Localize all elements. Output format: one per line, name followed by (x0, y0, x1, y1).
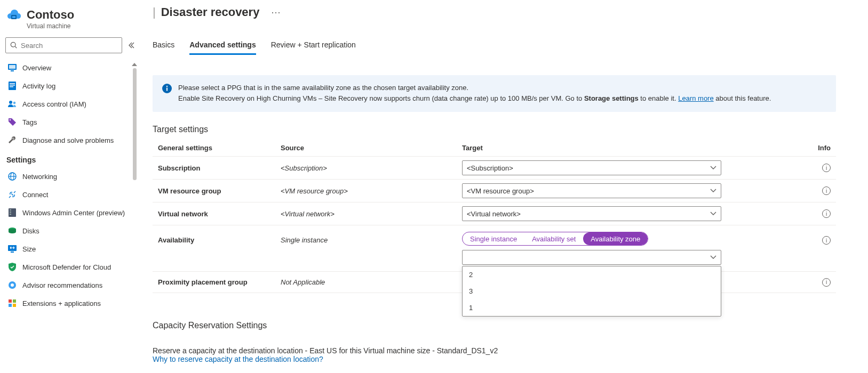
nav-section-settings: Settings (3, 149, 135, 167)
nav-connect[interactable]: Connect (3, 185, 135, 204)
nav-label: Microsoft Defender for Cloud (22, 263, 111, 271)
nav-size[interactable]: Size (3, 240, 135, 258)
table-header: General settings Source Target Info (153, 140, 836, 156)
seg-availability-set[interactable]: Availability set (524, 232, 583, 245)
learn-more-link[interactable]: Learn more (678, 94, 713, 102)
row-info-icon[interactable]: i (822, 186, 831, 195)
svg-point-12 (13, 102, 16, 104)
capacity-why-link[interactable]: Why to reserve capacity at the destinati… (153, 355, 836, 363)
chevron-down-icon (710, 212, 716, 216)
svg-rect-20 (10, 214, 11, 215)
extensions-icon (7, 298, 17, 308)
chevron-down-icon (710, 189, 716, 193)
svg-rect-1 (12, 16, 15, 18)
zone-option[interactable]: 3 (463, 283, 721, 299)
dropdown-value: <Virtual network> (467, 210, 521, 218)
zone-option[interactable]: 1 (463, 299, 721, 316)
nav-defender[interactable]: Microsoft Defender for Cloud (3, 258, 135, 276)
row-info-icon[interactable]: i (822, 164, 831, 172)
nav-label: Extensions + applications (22, 299, 101, 307)
svg-rect-8 (10, 83, 15, 84)
th-source: Source (281, 144, 462, 152)
capacity-reservation-section: Capacity Reservation Settings Reserve a … (153, 321, 836, 363)
banner-line2c: to enable it. (639, 94, 678, 102)
more-actions-button[interactable]: ··· (271, 7, 281, 18)
nav-label: Connect (22, 191, 48, 199)
svg-rect-5 (9, 65, 15, 69)
shield-icon (7, 262, 17, 272)
nav-label: Advisor recommendations (22, 281, 102, 289)
source-subscription: <Subscription> (281, 164, 327, 172)
wrench-icon (7, 135, 17, 145)
target-settings-table: General settings Source Target Info Subs… (153, 140, 836, 293)
source-availability: Single instance (281, 232, 328, 244)
availability-zone-dropdown[interactable] (462, 250, 721, 265)
nav-diagnose[interactable]: Diagnose and solve problems (3, 131, 135, 149)
sidebar-search[interactable] (5, 37, 122, 53)
nav-networking[interactable]: Networking (3, 167, 135, 185)
label-ppg: Proximity placement group (158, 278, 281, 286)
target-vnet-dropdown[interactable]: <Virtual network> (462, 206, 721, 221)
main-content: | Disaster recovery ··· Basics Advanced … (139, 0, 868, 373)
th-target: Target (462, 144, 783, 152)
info-icon (162, 84, 172, 93)
label-vmrg: VM resource group (158, 187, 281, 195)
source-vmrg: <VM resource group> (281, 187, 348, 195)
svg-rect-7 (9, 82, 16, 90)
title-separator: | (153, 5, 156, 19)
row-subscription: Subscription <Subscription> <Subscriptio… (153, 156, 836, 179)
sidebar-nav: Overview Activity log Access control (IA… (3, 59, 138, 362)
collapse-sidebar-button[interactable] (128, 42, 135, 49)
disks-icon (7, 226, 17, 236)
svg-rect-28 (9, 304, 12, 307)
svg-point-13 (10, 119, 11, 120)
brand-title: Contoso (27, 8, 74, 22)
nav-label: Disks (22, 227, 39, 235)
nav-tags[interactable]: Tags (3, 113, 135, 131)
nav-activity-log[interactable]: Activity log (3, 77, 135, 95)
nav-iam[interactable]: Access control (IAM) (3, 95, 135, 113)
availability-segmented: Single instance Availability set Availab… (462, 232, 648, 246)
banner-message: Please select a PPG that is in the same … (178, 83, 771, 103)
svg-rect-6 (11, 70, 14, 71)
svg-rect-10 (10, 86, 13, 87)
tab-basics[interactable]: Basics (153, 40, 174, 55)
nav-label: Activity log (22, 82, 55, 90)
nav-disks[interactable]: Disks (3, 222, 135, 240)
zone-option[interactable]: 2 (463, 266, 721, 283)
banner-line2d: about this feature. (714, 94, 771, 102)
chevron-down-icon (710, 166, 716, 170)
source-ppg: Not Applicable (281, 278, 325, 286)
brand: Contoso (3, 5, 138, 23)
people-icon (7, 99, 17, 109)
row-info-icon[interactable]: i (822, 209, 831, 218)
tab-advanced-settings[interactable]: Advanced settings (189, 40, 256, 55)
row-info-icon[interactable]: i (822, 278, 831, 287)
svg-rect-19 (10, 212, 11, 213)
banner-line2a: Enable Site Recovery on High Churning VM… (178, 94, 584, 102)
nav-label: Size (22, 245, 36, 253)
tab-review[interactable]: Review + Start replication (271, 40, 356, 55)
nav-label: Networking (22, 173, 57, 181)
capacity-description: Reserve a capacity at the destination lo… (153, 346, 836, 355)
server-icon (7, 208, 17, 217)
svg-rect-26 (9, 299, 12, 303)
banner-line2-bold: Storage settings (584, 94, 639, 102)
nav-advisor[interactable]: Advisor recommendations (3, 276, 135, 294)
nav-wac[interactable]: Windows Admin Center (preview) (3, 204, 135, 222)
sidebar-scrollbar[interactable] (131, 63, 138, 361)
nav-overview[interactable]: Overview (3, 59, 135, 77)
row-info-icon[interactable]: i (822, 236, 831, 245)
seg-single-instance[interactable]: Single instance (463, 232, 524, 245)
target-vmrg-dropdown[interactable]: <VM resource group> (462, 183, 721, 198)
seg-availability-zone[interactable]: Availability zone (583, 232, 648, 245)
svg-rect-23 (11, 252, 14, 253)
network-icon (7, 172, 17, 181)
nav-extensions[interactable]: Extensions + applications (3, 294, 135, 312)
th-info: Info (783, 144, 831, 152)
advisor-icon (7, 280, 17, 290)
scroll-thumb[interactable] (133, 68, 137, 180)
capacity-title: Capacity Reservation Settings (153, 321, 836, 330)
sidebar-search-input[interactable] (21, 42, 117, 50)
target-subscription-dropdown[interactable]: <Subscription> (462, 160, 721, 175)
